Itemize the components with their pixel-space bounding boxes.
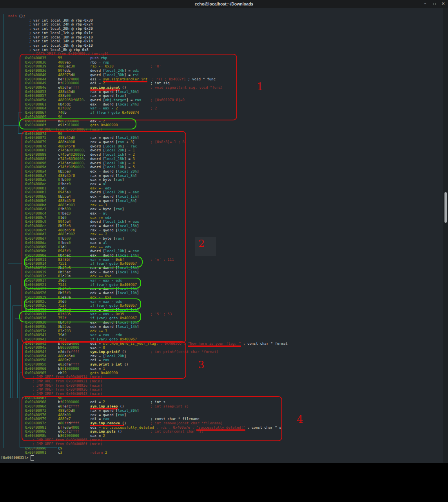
function-header-row: ; var int local_18h @ rbp-0x18 bbox=[0, 35, 443, 40]
xref-comment-row: ; JMP XREF from 0x00400921 (main) bbox=[0, 379, 443, 384]
prompt-text: [0x00400835]> bbox=[1, 456, 28, 460]
annotation-box-red bbox=[22, 396, 282, 441]
text-segment: ; var int local_8h @ rbp-0x8 bbox=[29, 48, 89, 52]
jump-arrow-line bbox=[4, 14, 4, 448]
annotation-box-green bbox=[24, 298, 141, 310]
text-segment: ; var int local_20h @ rbp-0x20 bbox=[29, 27, 93, 31]
text-segment: (); bbox=[17, 14, 25, 18]
function-header-row: ; var int local_14h @ rbp-0x14 bbox=[0, 39, 443, 44]
text-segment: ; const char * format bbox=[241, 342, 288, 346]
jump-arrow-line bbox=[15, 318, 15, 398]
jump-arrow-line bbox=[8, 264, 8, 398]
jump-arrow-line bbox=[18, 113, 18, 134]
jump-arrow-line bbox=[20, 447, 57, 447]
annotation-box-green bbox=[19, 311, 141, 322]
xref-comment-row: ; JMP XREF from 0x0040092e (main) bbox=[0, 384, 443, 388]
scrollbar-track[interactable] bbox=[443, 8, 448, 463]
annotation-box-red bbox=[22, 341, 186, 379]
jump-arrow-line bbox=[17, 339, 18, 398]
jump-arrow-line bbox=[4, 448, 58, 448]
annotation-number-label: 1 bbox=[257, 81, 263, 93]
function-header-row: main (); bbox=[0, 14, 443, 18]
text-segment: ; var int local_30h @ rbp-0x30 bbox=[29, 18, 93, 22]
function-header-row: ; var int local_30h @ rbp-0x30 bbox=[0, 18, 443, 23]
asm-row: 0x00400990c9 bbox=[0, 446, 443, 451]
disasm-text: return 2 bbox=[90, 451, 107, 455]
title-bar[interactable]: echo@localhost:~/Downloads –▫✕ bbox=[0, 0, 448, 8]
text-segment: ; var int local_1ch @ rbp-0x1c bbox=[29, 31, 93, 35]
text-segment: return bbox=[90, 451, 105, 455]
text-segment: ; var int local_24h @ rbp-0x24 bbox=[29, 22, 93, 26]
jump-arrow-line bbox=[20, 373, 20, 447]
minimize-button[interactable]: – bbox=[424, 1, 426, 6]
xref-comment-row: ; JMP XREF from 0x00400943 (main) bbox=[0, 392, 443, 396]
annotation-box-red bbox=[20, 54, 237, 120]
text-segment: ; var int local_10h @ rbp-0x10 bbox=[29, 44, 93, 47]
xref-comment-row: ; JMP XREF from 0x0040086f (main) bbox=[0, 442, 443, 446]
jump-arrow-line bbox=[10, 285, 22, 285]
text-segment: 2 bbox=[105, 451, 107, 455]
close-button[interactable]: ✕ bbox=[441, 1, 445, 6]
terminal-cursor[interactable] bbox=[31, 455, 34, 461]
maximize-button[interactable]: ▫ bbox=[433, 1, 436, 6]
function-header-row: ; var int local_20h @ rbp-0x20 bbox=[0, 27, 443, 31]
asm-row: 0x00400991c3return 2 bbox=[0, 451, 443, 455]
jump-arrow-line bbox=[10, 285, 11, 398]
jump-arrow-head bbox=[58, 447, 60, 449]
jump-arrow-line bbox=[8, 398, 22, 398]
terminal-window: echo@localhost:~/Downloads –▫✕ FileEditV… bbox=[0, 0, 448, 502]
window-title: echo@localhost:~/Downloads bbox=[0, 2, 448, 6]
function-header-row: ; var int local_24h @ rbp-0x24 bbox=[0, 22, 443, 27]
text-segment: main bbox=[8, 14, 17, 18]
text-segment: ; var int local_18h @ rbp-0x18 bbox=[29, 35, 93, 39]
jump-arrow-line bbox=[13, 306, 13, 398]
jump-arrow-line bbox=[8, 264, 22, 264]
annotation-box-green bbox=[19, 118, 136, 129]
text-segment: ; var int local_14h @ rbp-0x14 bbox=[29, 39, 93, 43]
annotation-number-label: 3 bbox=[198, 359, 205, 371]
jump-arrow-line bbox=[4, 125, 21, 126]
function-header-row: ; var int local_10h @ rbp-0x10 bbox=[0, 44, 443, 48]
address: 0x00400991 bbox=[25, 451, 46, 455]
opcode-bytes: c3 bbox=[58, 451, 62, 455]
annotation-number-label: 4 bbox=[297, 413, 303, 425]
annotation-box-green bbox=[24, 256, 143, 267]
annotation-number-label: 2 bbox=[198, 238, 205, 249]
jump-arrow-line bbox=[13, 306, 22, 306]
annotation-box-green bbox=[24, 278, 141, 289]
function-header-row: ; var int local_8h @ rbp-0x8 bbox=[0, 48, 443, 52]
scrollbar-thumb[interactable] bbox=[444, 192, 447, 223]
xref-comment-row: ; JMP XREF from 0x00400936 (main) bbox=[0, 387, 443, 392]
function-header-row: ; var int local_1ch @ rbp-0x1c bbox=[0, 31, 443, 35]
